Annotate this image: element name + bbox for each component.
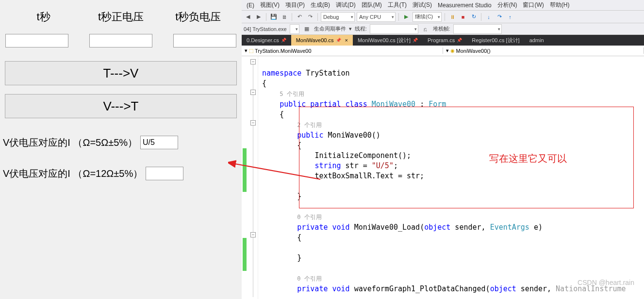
input-12ohm[interactable] — [146, 167, 183, 180]
input-t[interactable] — [5, 34, 68, 47]
events-icon[interactable]: ▦ — [302, 25, 311, 33]
step-out-icon[interactable]: ↑ — [506, 13, 514, 21]
annotation-box — [299, 107, 634, 208]
menu-tools[interactable]: 工具(T) — [385, 1, 410, 9]
menu-ms[interactable]: Measurement Studio — [435, 2, 495, 9]
menu-view[interactable]: 视图(V) — [257, 1, 282, 9]
label-12ohm: V伏电压对应的I （Ω=12Ω±5%） — [3, 167, 143, 180]
fold-icon[interactable]: − — [250, 90, 256, 95]
close-icon[interactable]: × — [345, 37, 348, 43]
header-pos: t秒正电压 — [82, 10, 159, 24]
header-neg: t秒负电压 — [160, 10, 237, 24]
input-neg[interactable] — [173, 34, 236, 47]
menu-build[interactable]: 生成(B) — [308, 1, 333, 9]
redo-icon[interactable]: ↷ — [306, 13, 314, 21]
save-icon[interactable]: 💾 — [269, 13, 278, 21]
thread-label: 线程: — [355, 25, 367, 32]
thread-dropdown[interactable] — [370, 24, 418, 34]
btn-t-to-v[interactable]: T--->V — [5, 61, 237, 85]
stop-icon[interactable]: ■ — [459, 13, 467, 21]
menu-edit[interactable]: (E) — [244, 2, 257, 9]
stack-icon[interactable]: ⎌ — [421, 25, 430, 33]
menu-debug[interactable]: 调试(D) — [333, 1, 359, 9]
fold-icon[interactable]: − — [250, 120, 256, 126]
tab-bar: 0.Designer.cs📌 MoniWave00.cs📌× MoniWave0… — [242, 35, 644, 46]
change-margin — [242, 56, 248, 299]
row-12ohm: V伏电压对应的I （Ω=12Ω±5%） — [0, 158, 242, 189]
nav-class[interactable]: ▾ ⬚TryStation.MoniWave00 — [242, 47, 443, 54]
btn-v-to-t[interactable]: V--->T — [5, 94, 237, 118]
outline-margin: − − − − — [248, 56, 258, 299]
toolbar-debug: 04] TryStation.exe ▦ 生命周期事件 ▾ 线程: ⎌ 堆栈帧: — [242, 23, 644, 35]
play-icon[interactable]: ▶ — [402, 13, 411, 21]
pin-icon: 📌 — [457, 38, 462, 43]
tab-program[interactable]: Program.cs📌 — [423, 35, 467, 46]
step-over-icon[interactable]: ↷ — [495, 13, 504, 21]
menu-project[interactable]: 项目(P) — [282, 1, 308, 9]
tab-moniwave-design[interactable]: MoniWave00.cs [设计]📌 — [353, 35, 423, 46]
menu-bar: (E) 视图(V) 项目(P) 生成(B) 调试(D) 团队(M) 工具(T) … — [242, 0, 644, 11]
header-row: t秒 t秒正电压 t秒负电压 — [0, 0, 242, 29]
process-label: 04] TryStation.exe — [244, 26, 287, 32]
nav-back-icon[interactable]: ◀ — [244, 13, 252, 21]
pin-icon: 📌 — [336, 38, 341, 43]
method-icon: ◉ — [450, 48, 455, 53]
header-t: t秒 — [5, 10, 82, 24]
continue-dropdown[interactable]: 继续(C) — [413, 12, 442, 22]
watermark-csdn: CSDN @heart.rain — [578, 279, 634, 286]
input-pos[interactable] — [89, 34, 152, 47]
nav-member[interactable]: ▾ ◉MoniWave00() — [443, 47, 644, 54]
pause-icon[interactable]: ⏸ — [448, 13, 457, 21]
menu-team[interactable]: 团队(M) — [359, 1, 385, 9]
process-dropdown[interactable] — [290, 24, 299, 34]
menu-help[interactable]: 帮助(H) — [547, 1, 573, 9]
tab-register[interactable]: Register00.cs [设计] — [467, 35, 524, 46]
toolbar-main: ◀ ▶ 💾 🗎 ↶ ↷ Debug Any CPU ▶ 继续(C) ⏸ ■ ↻ … — [242, 11, 644, 23]
menu-analyze[interactable]: 分析(N) — [495, 1, 520, 9]
tab-moniwave-cs[interactable]: MoniWave00.cs📌× — [291, 35, 353, 46]
menu-window[interactable]: 窗口(W) — [520, 1, 546, 9]
input-5ohm[interactable] — [140, 136, 178, 149]
stack-dropdown[interactable] — [453, 24, 502, 34]
fold-icon[interactable]: − — [250, 59, 256, 64]
save-all-icon[interactable]: 🗎 — [280, 13, 289, 21]
row-5ohm: V伏电压对应的I （Ω=5Ω±5%） — [0, 127, 242, 158]
undo-icon[interactable]: ↶ — [295, 13, 304, 21]
events-label: 生命周期事件 — [314, 25, 346, 32]
annotation-text: 写在这里它又可以 — [489, 152, 567, 165]
tab-designer[interactable]: 0.Designer.cs📌 — [242, 35, 291, 46]
fold-icon[interactable]: − — [250, 232, 256, 237]
menu-test[interactable]: 测试(S) — [410, 1, 435, 9]
form-panel: t秒 t秒正电压 t秒负电压 T--->V V--->T V伏电压对应的I （Ω… — [0, 0, 242, 299]
nav-fwd-icon[interactable]: ▶ — [254, 13, 263, 21]
class-icon: ⬚ — [249, 48, 253, 53]
restart-icon[interactable]: ↻ — [469, 13, 478, 21]
pin-icon: 📌 — [413, 38, 418, 43]
nav-bar: ▾ ⬚TryStation.MoniWave00 ▾ ◉MoniWave00() — [242, 46, 644, 56]
stack-label: 堆栈帧: — [433, 25, 450, 32]
code-editor[interactable]: − − − − namespace TryStation { 5 个引用 pub… — [242, 56, 644, 299]
pin-icon: 📌 — [281, 38, 286, 43]
input-row — [0, 29, 242, 52]
vs-panel: (E) 视图(V) 项目(P) 生成(B) 调试(D) 团队(M) 工具(T) … — [242, 0, 644, 299]
config-dropdown[interactable]: Debug — [321, 12, 355, 22]
tab-admin[interactable]: admin — [525, 35, 549, 46]
label-5ohm: V伏电压对应的I （Ω=5Ω±5%） — [3, 136, 137, 149]
step-into-icon[interactable]: ↓ — [484, 13, 493, 21]
platform-dropdown[interactable]: Any CPU — [357, 12, 396, 22]
